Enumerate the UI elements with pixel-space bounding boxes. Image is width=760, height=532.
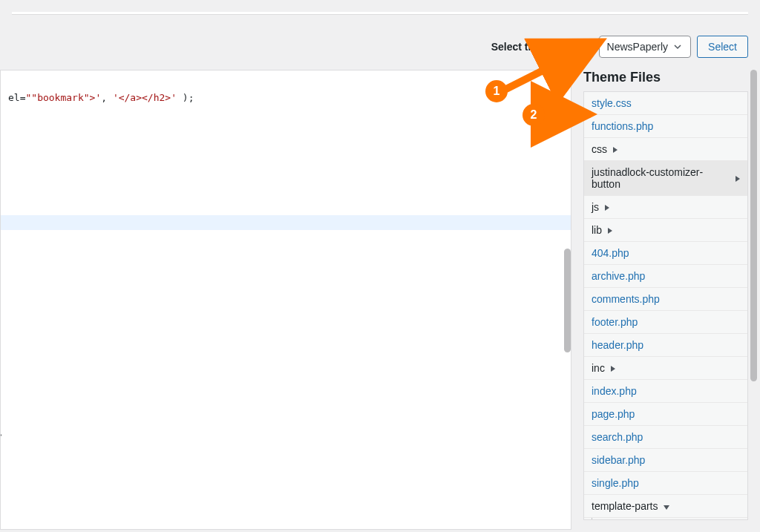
- chevron-right-icon: [602, 201, 609, 213]
- theme-dropdown-value: NewsPaperly: [607, 41, 668, 53]
- theme-select-label: Select theme to edit:: [491, 41, 593, 53]
- file-404-php[interactable]: 404.php: [584, 242, 747, 265]
- sidebar-scrollbar[interactable]: [750, 70, 757, 381]
- chevron-right-icon: [610, 143, 618, 155]
- code-content: el=""bookmark">', '</a></h2>' ); ,: [1, 70, 571, 529]
- chevron-right-icon: [733, 172, 740, 184]
- file-content-none-php[interactable]: content-none.php: [584, 518, 747, 520]
- file-archive-php[interactable]: archive.php: [584, 265, 747, 288]
- file-comments-php[interactable]: comments.php: [584, 288, 747, 311]
- file-style-css[interactable]: style.css: [584, 92, 747, 115]
- sidebar-title: Theme Files: [583, 70, 748, 91]
- folder-lib[interactable]: lib: [584, 219, 747, 242]
- code-editor[interactable]: el=""bookmark">', '</a></h2>' ); ,: [0, 70, 571, 530]
- theme-select-row: Select theme to edit: NewsPaperly Select: [12, 30, 748, 70]
- file-page-php[interactable]: page.php: [584, 403, 747, 426]
- chevron-right-icon: [608, 362, 615, 374]
- file-header-php[interactable]: header.php: [584, 334, 747, 357]
- folder-inc[interactable]: inc: [584, 357, 747, 380]
- chevron-down-icon: [661, 500, 669, 512]
- chevron-down-icon: [672, 42, 683, 52]
- editor-scrollbar[interactable]: [564, 249, 571, 352]
- file-single-php[interactable]: single.php: [584, 472, 747, 495]
- file-index-php[interactable]: index.php: [584, 380, 747, 403]
- folder-justinadlock-customizer-button[interactable]: justinadlock-customizer-button: [584, 161, 747, 196]
- file-search-php[interactable]: search.php: [584, 426, 747, 449]
- folder-template-parts[interactable]: template-parts: [584, 495, 747, 518]
- chevron-right-icon: [605, 224, 612, 236]
- panel-top-border: [12, 12, 748, 15]
- file-functions-php[interactable]: functions.php: [584, 115, 747, 138]
- file-list: style.css functions.php css justinadlock…: [583, 91, 748, 520]
- theme-files-sidebar: Theme Files style.css functions.php css …: [583, 70, 748, 530]
- select-button[interactable]: Select: [697, 36, 748, 58]
- folder-js[interactable]: js: [584, 196, 747, 219]
- file-sidebar-php[interactable]: sidebar.php: [584, 449, 747, 472]
- theme-dropdown[interactable]: NewsPaperly: [599, 36, 691, 58]
- file-footer-php[interactable]: footer.php: [584, 311, 747, 334]
- folder-css[interactable]: css: [584, 138, 747, 161]
